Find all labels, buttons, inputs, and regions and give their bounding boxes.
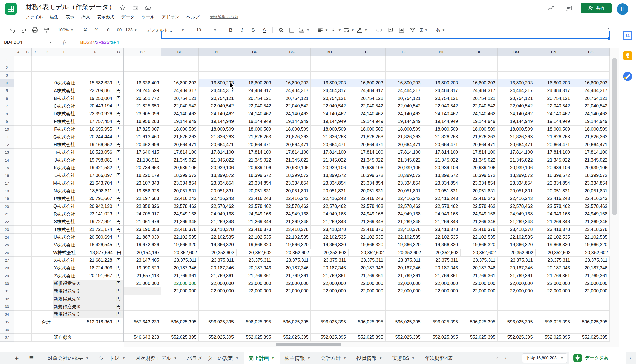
- cell-BE36[interactable]: [199, 326, 236, 334]
- cell-BJ29[interactable]: 21,769,361: [386, 272, 423, 280]
- cell-BJ15[interactable]: 20,939,106: [386, 164, 423, 172]
- cell-BE1[interactable]: [199, 56, 236, 64]
- cell-C8[interactable]: [32, 110, 41, 118]
- cell-D19[interactable]: [41, 195, 53, 203]
- col-header-BJ[interactable]: BJ: [386, 48, 423, 56]
- cell-BI30[interactable]: 22,000,000: [348, 280, 386, 288]
- cell-BJ1[interactable]: [386, 56, 423, 64]
- tab-menu-icon[interactable]: ▼: [122, 356, 125, 360]
- cell-BI8[interactable]: 24,140,462: [348, 110, 386, 118]
- cell-BN16[interactable]: 18,399,572: [535, 172, 573, 180]
- cell-BN10[interactable]: 18,000,509: [535, 126, 573, 133]
- horizontal-scrollbar[interactable]: [124, 342, 610, 347]
- cell-BH9[interactable]: 19,144,949: [311, 118, 348, 126]
- cell-BL24[interactable]: 22,102,535: [460, 234, 498, 241]
- cell-BC13[interactable]: 17,640,415: [124, 149, 161, 156]
- cell-BN35[interactable]: 596,025,395: [535, 318, 573, 326]
- cell-G13[interactable]: 円: [114, 149, 123, 156]
- cell-BJ26[interactable]: 20,352,602: [386, 249, 423, 257]
- cell-BN3[interactable]: [535, 72, 573, 79]
- cell-BF19[interactable]: 22,416,243: [236, 195, 273, 203]
- cell-BK8[interactable]: 24,140,462: [423, 110, 460, 118]
- cell-B1[interactable]: [23, 56, 32, 64]
- row-header-34[interactable]: 34: [0, 311, 14, 318]
- cell-F10[interactable]: 16,695,955: [76, 126, 114, 133]
- cell-BE20[interactable]: 22,578,462: [199, 203, 236, 211]
- cell-BG2[interactable]: [273, 64, 311, 72]
- cell-D17[interactable]: [41, 179, 53, 187]
- menu-insert[interactable]: 挿入: [81, 14, 90, 20]
- cell-BJ21[interactable]: 24,949,168: [386, 210, 423, 218]
- cell-BI17[interactable]: 23,334,854: [348, 179, 386, 187]
- cell-C27[interactable]: [32, 257, 41, 264]
- cell-B15[interactable]: [23, 164, 32, 172]
- cell-BL37[interactable]: 552,025,395: [460, 334, 498, 342]
- cell-BF22[interactable]: 21,269,348: [236, 218, 273, 226]
- cell-F18[interactable]: 18,598,611: [76, 187, 114, 195]
- row-header-12[interactable]: 12: [0, 141, 14, 149]
- col-header-BM[interactable]: BM: [498, 48, 535, 56]
- cell-C34[interactable]: [32, 311, 41, 318]
- cell-BE34[interactable]: [199, 311, 236, 318]
- cell-BO21[interactable]: 24,949,168: [572, 210, 610, 218]
- merge-cells-button[interactable]: ▼: [299, 26, 310, 35]
- cell-BF13[interactable]: 17,814,100: [236, 149, 273, 156]
- cell-C15[interactable]: [32, 164, 41, 172]
- tab-株主情報[interactable]: 株主情報▼: [280, 352, 315, 364]
- insert-chart-button[interactable]: [397, 26, 406, 35]
- cell-D13[interactable]: [41, 149, 53, 156]
- cell-E9[interactable]: E株式会社: [53, 118, 76, 126]
- menu-help[interactable]: ヘルプ: [186, 14, 200, 20]
- cell-BC2[interactable]: [124, 64, 161, 72]
- cell-BD35[interactable]: 596,025,395: [161, 318, 199, 326]
- cell-BH18[interactable]: 20,051,831: [311, 187, 348, 195]
- cell-A11[interactable]: [14, 133, 23, 141]
- cell-G10[interactable]: 円: [114, 126, 123, 133]
- cell-BC24[interactable]: 21,887,039: [124, 234, 161, 241]
- cell-BE29[interactable]: 21,769,361: [199, 272, 236, 280]
- cell-BC31[interactable]: [124, 287, 161, 295]
- cell-BO31[interactable]: 22,000,000: [572, 287, 610, 295]
- cell-BE11[interactable]: 21,826,263: [199, 133, 236, 141]
- cell-BN4[interactable]: 16,800,203: [535, 79, 573, 87]
- cell-BM34[interactable]: [498, 311, 535, 318]
- cell-BG9[interactable]: 19,144,949: [273, 118, 311, 126]
- create-filter-button[interactable]: [408, 26, 417, 35]
- cell-BL21[interactable]: 24,949,168: [460, 210, 498, 218]
- cell-BO26[interactable]: 20,352,602: [573, 249, 610, 257]
- cell-E29[interactable]: Z株式会社: [53, 272, 76, 280]
- cell-BI12[interactable]: 20,664,471: [348, 141, 386, 149]
- cell-BJ9[interactable]: 19,144,949: [386, 118, 423, 126]
- cell-BE15[interactable]: 20,939,106: [199, 164, 236, 172]
- tab-menu-icon[interactable]: ▼: [86, 356, 89, 360]
- cell-BI18[interactable]: 20,051,831: [348, 187, 386, 195]
- cell-BM7[interactable]: 22,040,542: [498, 102, 535, 110]
- cell-F35[interactable]: 512,018,369: [76, 318, 114, 326]
- cell-BD37[interactable]: 552,025,395: [161, 334, 199, 342]
- cell-D32[interactable]: [41, 295, 53, 303]
- cell-BG27[interactable]: 23,375,311: [273, 257, 311, 264]
- cell-E30[interactable]: 新規得意先①: [53, 280, 114, 288]
- row-header-6[interactable]: 6: [0, 95, 14, 103]
- cell-BD6[interactable]: 20,754,121: [161, 95, 199, 103]
- cell-BE21[interactable]: 24,949,168: [199, 210, 236, 218]
- cell-BK17[interactable]: 23,334,854: [423, 179, 460, 187]
- cell-BF35[interactable]: 596,025,395: [236, 318, 273, 326]
- row-header-7[interactable]: 7: [0, 102, 14, 110]
- cell-B34[interactable]: [23, 311, 32, 318]
- cell-A14[interactable]: [14, 156, 23, 164]
- cell-F17[interactable]: 21,643,704: [76, 179, 114, 187]
- cell-B20[interactable]: [23, 203, 32, 211]
- cell-BK31[interactable]: 22,000,000: [423, 287, 460, 295]
- cell-BK4[interactable]: 16,800,203: [423, 79, 460, 87]
- cell-BL22[interactable]: 21,269,348: [460, 218, 498, 226]
- cell-F37[interactable]: [76, 334, 114, 342]
- cell-BL2[interactable]: [460, 64, 498, 72]
- cell-A37[interactable]: [14, 334, 23, 342]
- cell-BL23[interactable]: 23,418,378: [460, 226, 498, 234]
- cell-C37[interactable]: [32, 334, 41, 342]
- cell-A5[interactable]: [14, 87, 23, 95]
- cell-BC18[interactable]: 19,856,328: [124, 187, 161, 195]
- cell-BI5[interactable]: 24,484,317: [348, 87, 386, 95]
- tab-シート14[interactable]: シート14▼: [94, 352, 130, 364]
